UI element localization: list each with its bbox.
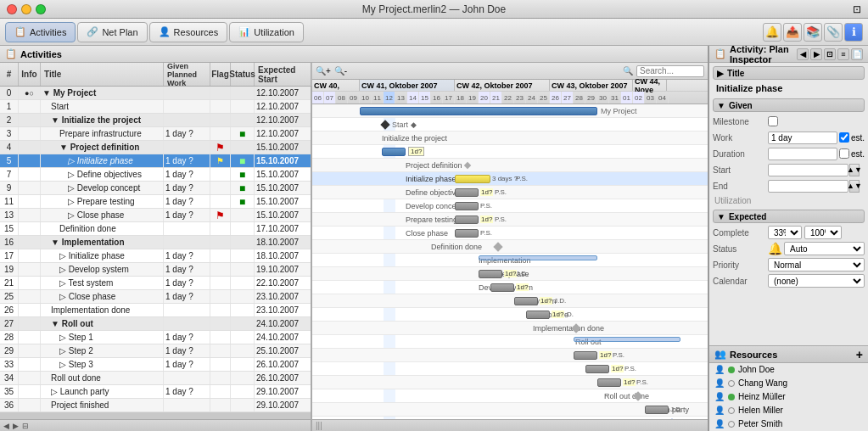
table-row[interactable]: 1 Start 12.10.2007 xyxy=(0,100,311,114)
gantt-label-my-project: My Project xyxy=(601,107,637,115)
table-row[interactable]: 27 ▼ Roll out 24.10.2007 xyxy=(0,317,311,331)
gantt-zoom-in-icon[interactable]: 🔍+ xyxy=(316,66,331,76)
activities-tab[interactable]: 📋 Activities xyxy=(5,22,76,42)
table-row[interactable]: 13 ▷ Close phase 1 day ? ⚑ 15.10.2007 xyxy=(0,209,311,222)
table-row[interactable]: 9 ▷ Develop concept 1 day ? ■ 15.10.2007 xyxy=(0,182,311,195)
utilization-tab[interactable]: 📊 Utilization xyxy=(229,22,304,42)
gantt-bar-prep-infra xyxy=(382,148,406,156)
table-row[interactable]: 16 ▼ Implementation 18.10.2007 xyxy=(0,236,311,249)
complete-pct-select[interactable]: 100% xyxy=(804,226,842,239)
inspector-expected-header[interactable]: ▼ Expected xyxy=(713,210,865,223)
table-row[interactable]: 15 Definition done 17.10.2007 xyxy=(0,222,311,236)
gantt-zoom-out-icon[interactable]: 🔍- xyxy=(334,66,347,76)
calendar-select[interactable]: (none) xyxy=(768,274,865,288)
table-row[interactable]: 2 ▼ Initialize the project 12.10.2007 xyxy=(0,114,311,127)
day-13: 13 xyxy=(395,92,407,104)
resources-tab[interactable]: 👤 Resources xyxy=(149,22,228,42)
end-stepper-btn[interactable]: ▲▼ xyxy=(849,180,860,193)
person-icon-helen: 👤 xyxy=(714,406,725,415)
inspector-btn-4[interactable]: ≡ xyxy=(837,48,849,60)
minimize-button[interactable] xyxy=(21,4,31,14)
gantt-search-icon[interactable]: 🔍 xyxy=(623,66,633,76)
end-input[interactable]: As soon as possible xyxy=(768,180,848,193)
table-row[interactable]: 21 ▷ Test system 1 day ? 22.10.2007 xyxy=(0,277,311,290)
gantt-row-9: Develop concept P.S. xyxy=(312,199,708,213)
table-row[interactable]: 17 ▷ Initialize phase 1 day ? 18.10.2007 xyxy=(0,249,311,263)
gantt-bar-impl-group xyxy=(479,255,597,260)
utilization-icon: 📊 xyxy=(238,26,250,37)
gantt-1d7-step2: 1d? xyxy=(611,365,624,372)
gantt-scale-indicator: ||| xyxy=(316,421,322,430)
day-30: 30 xyxy=(597,92,609,104)
table-row[interactable]: 3 Prepare infrastructure 1 day ? ■ 12.10… xyxy=(0,127,311,141)
gantt-row-3: 1d? xyxy=(312,145,708,159)
start-stepper-btn[interactable]: ▲▼ xyxy=(849,164,860,176)
scale-left-icon[interactable]: ◀ xyxy=(3,422,9,430)
table-row[interactable]: 19 ▷ Develop system 1 day ? 19.10.2007 xyxy=(0,263,311,277)
inspector-given-header[interactable]: ▼ Given xyxy=(713,98,865,112)
day-26: 26 xyxy=(550,92,562,104)
inspector-expected-section: ▼ Expected Complete 33% 0% 25% 50% 75% 1… xyxy=(713,210,865,288)
inspector-toolbar: ◀ ▶ ⊡ ≡ 📄 xyxy=(797,48,863,60)
est-checkbox[interactable] xyxy=(839,132,849,143)
stack-icon[interactable]: 📚 xyxy=(804,23,822,42)
table-row[interactable]: 26 Implementation done 23.10.2007 xyxy=(0,304,311,317)
paperclip-icon[interactable]: 📎 xyxy=(824,23,843,42)
add-resource-button[interactable]: + xyxy=(856,348,863,361)
resource-name-peter: Peter Smith xyxy=(738,419,782,428)
table-row[interactable]: 34 Roll out done 26.10.2007 xyxy=(0,372,311,385)
inspector-icon: 📋 xyxy=(714,48,726,59)
day-09: 09 xyxy=(348,92,360,104)
resource-row-peter[interactable]: 👤 Peter Smith xyxy=(709,417,868,431)
table-row[interactable]: 7 ▷ Define objectives 1 day ? ■ 15.10.20… xyxy=(0,168,311,182)
table-row[interactable]: 33 ▷ Step 3 1 day ? 26.10.2007 xyxy=(0,358,311,372)
inspector-btn-1[interactable]: ◀ xyxy=(797,48,809,60)
resource-dot-peter xyxy=(728,421,735,428)
inspector-btn-3[interactable]: ⊡ xyxy=(824,48,836,60)
gantt-row-13: Close phase P.S. xyxy=(312,227,708,240)
gantt-row-2: Initialize the project xyxy=(312,132,708,145)
day-20: 20 xyxy=(479,92,490,104)
gantt-row-19: Develop system 1d? xyxy=(312,281,708,294)
resources-header: 👥 Resources + xyxy=(709,346,868,363)
maximize-button[interactable] xyxy=(36,4,46,14)
info-icon[interactable]: ℹ xyxy=(844,23,863,42)
inspector-section-title-header[interactable]: ▶ Title xyxy=(713,66,865,80)
gantt-search-input[interactable] xyxy=(636,65,704,77)
inspector-btn-5[interactable]: 📄 xyxy=(851,48,863,60)
window-controls[interactable] xyxy=(7,4,46,14)
resource-row-chang[interactable]: 👤 Chang Wang xyxy=(709,377,868,390)
table-row[interactable]: 0 ●○ ▼ My Project 12.10.2007 xyxy=(0,87,311,100)
scale-icon[interactable]: ⊟ xyxy=(22,422,29,430)
status-select[interactable]: Auto On track At risk Behind xyxy=(784,242,865,255)
close-button[interactable] xyxy=(7,4,17,14)
table-row[interactable]: 35 ▷ Launch party 1 day ? 29.10.2007 xyxy=(0,385,311,399)
resource-row-helen[interactable]: 👤 Helen Miller xyxy=(709,404,868,417)
table-row[interactable]: 25 ▷ Close phase 1 day ? 23.10.2007 xyxy=(0,290,311,304)
table-row[interactable]: 28 ▷ Step 1 1 day ? 24.10.2007 xyxy=(0,331,311,344)
export-icon[interactable]: 📤 xyxy=(783,23,802,42)
priority-select[interactable]: Normal Low High xyxy=(768,258,865,271)
gantt-bar-roll-out-group xyxy=(574,337,680,342)
table-row[interactable]: 4 ▼ Project definition ⚑ 15.10.2007 xyxy=(0,141,311,154)
gantt-bar-init-phase xyxy=(455,175,490,183)
resource-row-heinz[interactable]: 👤 Heinz Müller xyxy=(709,390,868,404)
start-input[interactable]: As soon as possible xyxy=(768,164,848,176)
table-row[interactable]: 5 ▷ Initialize phase 1 day ? ⚑ ■ 15.10.2… xyxy=(0,154,311,168)
duration-est-checkbox[interactable] xyxy=(839,148,849,159)
table-row[interactable]: 36 Project finished 29.10.2007 xyxy=(0,399,311,412)
resource-row-john[interactable]: 👤 John Doe xyxy=(709,363,868,377)
table-row[interactable]: 29 ▷ Step 2 1 day ? 25.10.2007 xyxy=(0,344,311,358)
milestone-checkbox[interactable] xyxy=(768,116,778,126)
scale-right-icon[interactable]: ▶ xyxy=(13,422,19,430)
work-input[interactable] xyxy=(768,132,837,144)
net-plan-tab[interactable]: 🔗 Net Plan xyxy=(77,22,147,42)
duration-input[interactable] xyxy=(768,148,837,160)
inspector-btn-2[interactable]: ▶ xyxy=(810,48,822,60)
resource-name-heinz: Heinz Müller xyxy=(738,392,786,401)
gantt-row-1: Start ◆ xyxy=(312,118,708,132)
resource-dot-chang xyxy=(728,380,735,387)
table-row[interactable]: 11 ▷ Prepare testing 1 day ? ■ 15.10.200… xyxy=(0,195,311,209)
complete-select[interactable]: 33% 0% 25% 50% 75% 100% xyxy=(768,226,802,239)
bell-icon[interactable]: 🔔 xyxy=(763,23,781,42)
